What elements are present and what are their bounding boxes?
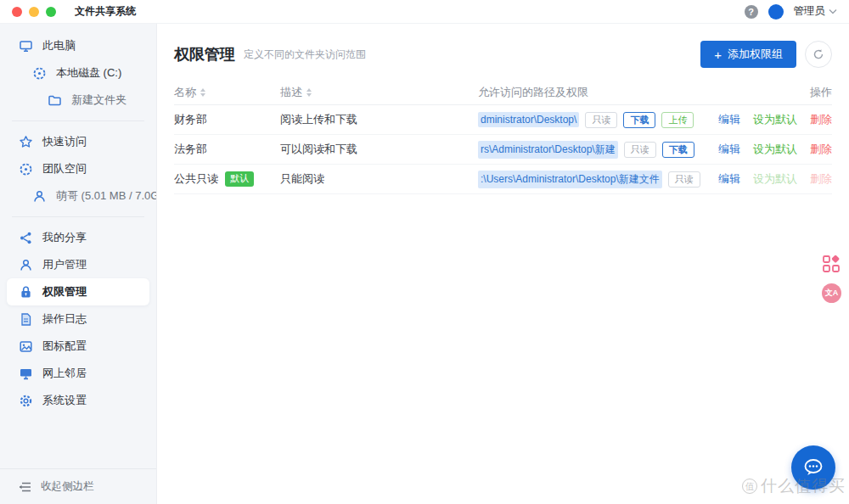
plus-icon: +: [714, 48, 722, 61]
lock-icon: [19, 285, 33, 300]
sort-icon[interactable]: [200, 88, 205, 97]
table-row: 财务部 阅读上传和下载 dministrator\Desktop\ 只读 下载 …: [174, 105, 832, 135]
chat-bubble-icon: [802, 457, 824, 478]
window-titlebar: 文件共享系统 ? 管理员: [0, 0, 849, 24]
path-value: dministrator\Desktop\: [478, 112, 579, 127]
sidebar-item-operation-log[interactable]: 操作日志: [0, 305, 156, 333]
computer-icon: [19, 39, 33, 53]
maximize-window-button[interactable]: [46, 7, 56, 17]
sidebar-item-user-mengge[interactable]: 萌哥 (5.01 MB / 7.0GB): [0, 182, 156, 210]
sidebar-item-label: 操作日志: [42, 311, 87, 327]
refresh-icon: [812, 48, 824, 60]
sidebar-item-local-disk-c[interactable]: 本地磁盘 (C:): [0, 59, 156, 87]
sidebar-item-permission-management[interactable]: 权限管理: [7, 278, 149, 305]
perm-tag-upload: 上传: [661, 112, 694, 128]
disk-icon: [19, 162, 33, 176]
table-row: 法务部 可以阅读和下载 rs\Administrator\Desktop\新建 …: [174, 135, 832, 165]
col-header-desc[interactable]: 描述: [280, 85, 302, 100]
perm-tag-readonly: 只读: [624, 142, 656, 158]
collapse-sidebar-button[interactable]: 收起侧边栏: [0, 468, 156, 504]
user-menu[interactable]: 管理员: [794, 4, 838, 19]
translate-icon: 文A: [825, 288, 839, 299]
sidebar-item-label: 本地磁盘 (C:): [56, 65, 121, 81]
table-header-row: 名称 描述 允许访问的路径及权限 操作: [174, 80, 832, 105]
sidebar-item-system-settings[interactable]: 系统设置: [0, 387, 156, 414]
perm-tag-download: 下载: [662, 142, 694, 158]
set-default-link-disabled: 设为默认: [753, 171, 797, 187]
set-default-link[interactable]: 设为默认: [753, 112, 797, 127]
sidebar-item-icon-config[interactable]: 图标配置: [0, 333, 156, 360]
window-title: 文件共享系统: [75, 4, 136, 19]
sidebar-item-network-neighborhood[interactable]: 网上邻居: [0, 360, 156, 387]
folder-icon: [48, 93, 62, 108]
delete-link-disabled: 删除: [810, 171, 832, 187]
sidebar-item-new-folder[interactable]: 新建文件夹: [0, 87, 156, 114]
sidebar-item-label: 网上邻居: [42, 366, 87, 381]
delete-link[interactable]: 删除: [810, 142, 832, 157]
sidebar-item-label: 权限管理: [42, 284, 87, 300]
col-header-path: 允许访问的路径及权限: [478, 85, 588, 100]
sidebar-item-team-space[interactable]: 团队空间: [0, 155, 156, 182]
refresh-button[interactable]: [805, 41, 832, 68]
chat-button[interactable]: [791, 445, 835, 490]
col-header-name[interactable]: 名称: [174, 85, 196, 100]
sidebar-item-label: 此电脑: [42, 38, 76, 53]
close-window-button[interactable]: [12, 7, 22, 17]
avatar[interactable]: [768, 4, 784, 20]
edit-link[interactable]: 编辑: [718, 171, 740, 187]
app-window: 文件共享系统 ? 管理员 此电脑 本地磁盘 (C:): [0, 0, 849, 504]
user-icon: [19, 258, 33, 272]
sidebar: 此电脑 本地磁盘 (C:) 新建文件夹 快速访问 团队空间: [0, 24, 157, 504]
sidebar-item-label: 萌哥 (5.01 MB / 7.0GB): [56, 188, 156, 204]
share-icon: [19, 231, 33, 245]
delete-link[interactable]: 删除: [810, 112, 832, 127]
help-icon[interactable]: ?: [745, 5, 758, 19]
star-icon: [19, 135, 33, 149]
sidebar-item-label: 图标配置: [42, 339, 87, 354]
log-icon: [19, 312, 33, 327]
collapse-sidebar-icon: [19, 482, 31, 492]
group-desc: 可以阅读和下载: [280, 142, 357, 157]
sidebar-item-label: 团队空间: [42, 161, 87, 176]
sidebar-item-quick-access[interactable]: 快速访问: [0, 128, 156, 155]
group-desc: 阅读上传和下载: [280, 112, 357, 127]
set-default-link[interactable]: 设为默认: [753, 142, 797, 157]
col-header-ops: 操作: [810, 85, 832, 100]
group-name: 财务部: [174, 112, 207, 127]
sidebar-item-label: 我的分享: [42, 230, 87, 245]
add-permission-group-button[interactable]: + 添加权限组: [700, 41, 796, 68]
widget-grid-button[interactable]: [822, 255, 841, 273]
translate-button[interactable]: 文A: [822, 283, 841, 303]
sidebar-item-label: 用户管理: [42, 257, 87, 272]
page-subtitle: 定义不同的文件夹访问范围: [244, 48, 366, 62]
default-badge: 默认: [225, 171, 254, 186]
sort-icon[interactable]: [306, 88, 312, 97]
person-icon: [32, 189, 47, 204]
minimize-window-button[interactable]: [29, 7, 39, 17]
disk-icon: [32, 66, 47, 81]
group-name: 法务部: [174, 142, 207, 157]
path-value: :\Users\Administrator\Desktop\新建文件: [478, 171, 662, 188]
perm-tag-download: 下载: [623, 112, 655, 128]
edit-link[interactable]: 编辑: [718, 112, 740, 127]
watermark-logo: 值: [742, 479, 757, 494]
user-name: 管理员: [794, 4, 826, 19]
table-row: 公共只读 默认 只能阅读 :\Users\Administrator\Deskt…: [174, 165, 832, 194]
sidebar-item-label: 系统设置: [42, 393, 87, 408]
path-value: rs\Administrator\Desktop\新建: [478, 141, 618, 159]
sidebar-divider: [12, 120, 144, 121]
sidebar-item-user-management[interactable]: 用户管理: [0, 251, 156, 278]
sidebar-divider: [12, 216, 144, 217]
page-title: 权限管理: [174, 44, 235, 64]
sidebar-item-this-pc[interactable]: 此电脑: [0, 32, 156, 59]
sidebar-item-label: 快速访问: [42, 134, 87, 149]
edit-link[interactable]: 编辑: [718, 142, 740, 157]
main-content: 权限管理 定义不同的文件夹访问范围 + 添加权限组 名称: [157, 24, 849, 504]
grid-squares-icon: [822, 255, 841, 273]
perm-tag-readonly: 只读: [585, 112, 617, 128]
group-desc: 只能阅读: [280, 171, 324, 187]
permission-table: 名称 描述 允许访问的路径及权限 操作 财务部 阅读上传和下载 dminis: [174, 80, 832, 194]
sidebar-item-label: 新建文件夹: [71, 92, 127, 108]
network-icon: [19, 367, 33, 381]
sidebar-item-my-shares[interactable]: 我的分享: [0, 224, 156, 251]
